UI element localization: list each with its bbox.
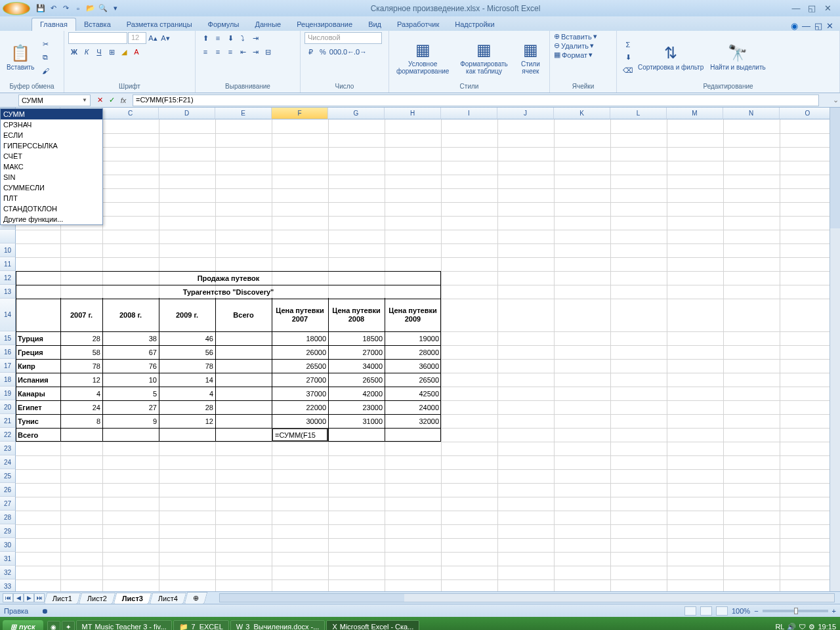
sheet-nav-last-icon[interactable]: ⏭ [34,593,45,602]
align-top-icon[interactable]: ⬆ [200,32,211,44]
tab-formulas[interactable]: Формулы [200,18,247,31]
fill-color-icon[interactable]: ◢ [118,46,130,58]
row-header[interactable]: 21 [0,414,16,428]
tab-home[interactable]: Главная [32,18,76,31]
align-right-icon[interactable]: ≡ [224,46,236,58]
zoom-level[interactable]: 100% [732,607,750,615]
font-color-icon[interactable]: A [131,46,142,58]
row-header[interactable]: 29 [0,524,16,538]
align-middle-icon[interactable]: ≡ [212,32,224,44]
currency-icon[interactable]: ₽ [304,46,316,58]
func-item[interactable]: Другие функции... [1,214,102,224]
func-item[interactable]: СУММЕСЛИ [1,182,102,193]
grow-font-icon[interactable]: A▴ [147,32,159,44]
column-header[interactable]: J [497,108,554,119]
clock[interactable]: 19:15 [818,623,836,630]
tab-view[interactable]: Вид [360,18,389,31]
column-header[interactable]: C [102,108,159,119]
autosum-icon[interactable]: Σ [622,39,634,51]
sort-filter-button[interactable]: ⇅Сортировка и фильтр [635,43,706,72]
copy-icon[interactable]: ⧉ [39,52,51,64]
language-indicator[interactable]: RL [775,623,784,630]
func-item[interactable]: СУММ [1,109,102,119]
new-sheet-button[interactable]: ⊕ [184,592,208,604]
expand-formula-bar-icon[interactable]: ⌄ [831,96,840,104]
taskbar-item[interactable]: XMicrosoft Excel - Ска... [326,620,419,630]
bold-icon[interactable]: Ж [68,46,80,58]
new-icon[interactable]: ▫ [73,3,83,14]
normal-view-icon[interactable] [684,606,696,616]
comma-icon[interactable]: 000 [329,46,341,58]
open-icon[interactable]: 📂 [85,3,96,14]
conditional-formatting-button[interactable]: ▦Условное форматирование [393,39,452,76]
format-painter-icon[interactable]: 🖌 [39,65,51,77]
zoom-slider[interactable] [763,610,828,612]
doc-restore-icon[interactable]: ◱ [814,21,822,31]
border-icon[interactable]: ⊞ [106,46,117,58]
dec-decimal-icon[interactable]: .0→ [354,46,366,58]
horizontal-scrollbar[interactable] [219,593,835,602]
column-header[interactable]: D [159,108,215,119]
number-format-combo[interactable]: Числовой [304,32,382,44]
formula-bar[interactable]: =СУММ(F15:F21) [133,94,819,106]
func-item[interactable]: СЧЁТ [1,151,102,161]
row-header[interactable] [0,230,16,243]
sheet-nav-next-icon[interactable]: ▶ [24,593,34,602]
taskbar-item[interactable]: MTMusic Teacher 3 - fiv... [76,620,173,630]
zoom-in-icon[interactable]: + [832,607,836,615]
quick-launch-icon[interactable]: ✦ [62,621,75,631]
row-header[interactable]: 16 [0,345,16,359]
func-item[interactable]: СТАНДОТКЛОН [1,203,102,214]
row-header[interactable]: 31 [0,552,16,566]
orientation-icon[interactable]: ⤵ [237,32,249,44]
sheet-tab[interactable]: Лист1 [44,593,81,604]
minimize-icon[interactable]: — [790,4,802,13]
preview-icon[interactable]: 🔍 [98,3,108,14]
sheet-nav-prev-icon[interactable]: ◀ [13,593,24,602]
close-icon[interactable]: ✕ [822,4,833,13]
tab-review[interactable]: Рецензирование [289,18,360,31]
row-header[interactable]: 11 [0,257,16,271]
row-header[interactable]: 17 [0,359,16,373]
doc-minimize-icon[interactable]: — [802,21,810,31]
row-header[interactable]: 10 [0,243,16,257]
row-header[interactable]: 18 [0,373,16,387]
macro-record-icon[interactable]: ⏺ [41,607,49,615]
maximize-icon[interactable]: ◱ [806,4,818,13]
vertical-scrollbar[interactable] [830,108,840,591]
column-header[interactable]: K [554,108,610,119]
sheet-nav-first-icon[interactable]: ⏮ [3,593,13,602]
sheet-tab[interactable]: Лист3 [114,593,152,604]
enter-formula-icon[interactable]: ✓ [106,95,117,106]
taskbar-item[interactable]: 📁7_EXCEL [173,620,228,631]
taskbar-item[interactable]: W3_Вычиления.docx -... [230,620,326,630]
font-size-combo[interactable]: 12 [128,32,146,44]
save-icon[interactable]: 💾 [35,3,46,14]
tab-addins[interactable]: Надстройки [447,18,502,31]
quick-launch-icon[interactable]: ◉ [47,621,60,631]
func-item[interactable]: ЕСЛИ [1,130,102,140]
paste-button[interactable]: 📋 Вставить [4,43,37,72]
find-select-button[interactable]: 🔭Найти и выделить [707,43,768,72]
column-header[interactable]: E [215,108,272,119]
row-header[interactable]: 20 [0,400,16,414]
tray-icon[interactable]: 🔊 [787,623,796,631]
clear-icon[interactable]: ⌫ [622,65,634,77]
fill-icon[interactable]: ⬇ [622,52,634,64]
format-cells-button[interactable]: ▦ Формат ▾ [554,51,593,59]
row-header[interactable]: 33 [0,579,16,591]
tab-insert[interactable]: Вставка [76,18,119,31]
func-item[interactable]: ПЛТ [1,193,102,203]
row-header[interactable]: 23 [0,442,16,455]
row-header[interactable]: 26 [0,483,16,497]
inc-decimal-icon[interactable]: .0← [342,46,354,58]
column-header[interactable]: I [441,108,497,119]
sheet-tab[interactable]: Лист2 [79,593,116,604]
help-icon[interactable]: ◉ [791,21,798,31]
func-item[interactable]: ГИПЕРССЫЛКА [1,140,102,151]
column-header[interactable]: O [780,108,836,119]
cancel-formula-icon[interactable]: ✕ [94,95,105,106]
undo-icon[interactable]: ↶ [48,3,58,14]
column-header[interactable]: M [667,108,723,119]
redo-icon[interactable]: ↷ [60,3,71,14]
